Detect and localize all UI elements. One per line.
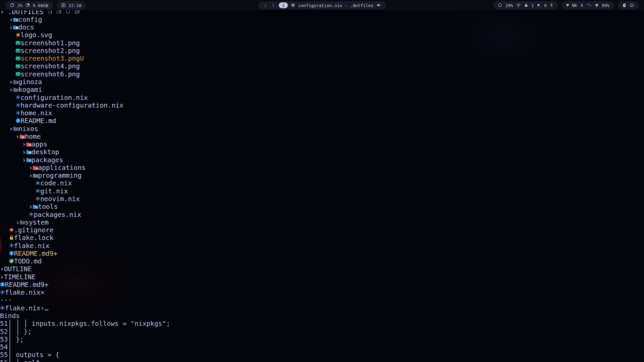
device-notification-icon[interactable] <box>587 3 592 8</box>
tree-item-home.nix[interactable]: home.nix <box>0 109 644 117</box>
line-number: 53 <box>0 335 8 343</box>
tree-item-hardware-configuration.nix[interactable]: hardware-configuration.nix <box>0 101 644 109</box>
hardware-module[interactable]: 20% 1 0 <box>493 1 558 9</box>
tree-item-docs[interactable]: ›docs <box>0 23 644 31</box>
tab-label: flake.nix <box>5 289 41 296</box>
tree-item-config[interactable]: ›config <box>0 16 644 23</box>
tab-label: README.md <box>5 281 41 289</box>
tree-item-todo.md[interactable]: TODO.md <box>0 257 644 265</box>
tab-flake.nix[interactable]: flake.nix× <box>0 289 644 296</box>
close-icon[interactable]: × <box>41 289 45 296</box>
tree-item-label: applications <box>38 164 86 172</box>
tab-readme.md[interactable]: README.md9+ <box>0 281 644 289</box>
clipboard-icon[interactable] <box>622 3 627 8</box>
tray-module[interactable]: Uc 99% <box>561 1 614 9</box>
desk-icon <box>26 148 32 156</box>
code-editor-flake-nix[interactable]: Binds 51│ │ │ inputs.nixpkgs.follows = "… <box>0 312 644 362</box>
tree-item-home[interactable]: ›home <box>0 133 644 140</box>
chevron-right-icon: › <box>0 265 4 273</box>
speaker-muted-icon[interactable] <box>376 3 381 7</box>
tree-item-label: configuration.nix <box>20 94 88 101</box>
code-line-56[interactable]: 56│ │ self, <box>0 359 644 362</box>
chevron-right-icon: › <box>16 218 20 226</box>
img-icon <box>16 62 21 70</box>
tree-item-applications[interactable]: ›applications <box>0 164 644 172</box>
tree-item-code.nix[interactable]: code.nix <box>0 179 644 187</box>
timeline-label: TIMELINE <box>4 273 36 281</box>
tree-item-logo.svg[interactable]: logo.svg <box>0 31 644 39</box>
tree-item-label: README.md <box>20 117 56 125</box>
timeline-section[interactable]: ›TIMELINE <box>0 273 644 281</box>
more-actions-icon[interactable]: ··· <box>0 296 12 304</box>
power-icon[interactable] <box>630 3 634 7</box>
apps-icon <box>26 140 32 148</box>
clock-module[interactable]: 22:18 <box>56 1 86 9</box>
tree-item-screenshot4.png[interactable]: screenshot4.png <box>0 62 644 70</box>
code-line-51[interactable]: 51│ │ │ inputs.nixpkgs.follows = "nixpkg… <box>0 320 644 327</box>
tree-item-screenshot6.png[interactable]: screenshot6.png <box>0 70 644 78</box>
tree-item-label: system <box>25 218 49 226</box>
tools-icon <box>33 203 38 210</box>
workspace-1[interactable]: 1 <box>263 3 268 8</box>
tree-item-label: screenshot1.png <box>20 39 80 47</box>
tray-expand-icon[interactable] <box>566 4 569 6</box>
img-icon <box>16 39 21 47</box>
tree-item-label: config <box>18 16 42 23</box>
tree-item-git.nix[interactable]: git.nix <box>0 187 644 195</box>
tree-item-ginoza[interactable]: ›ginoza <box>0 78 644 86</box>
tree-item-label: README.md <box>14 249 50 257</box>
cpu-gauge-icon <box>10 3 14 7</box>
code-line-54[interactable]: 54│ <box>0 343 644 351</box>
code-line-52[interactable]: 52│ │ }; <box>0 327 644 335</box>
tree-item-kogami[interactable]: ›kogami <box>0 86 644 94</box>
tree-item-system[interactable]: ›system <box>0 218 644 226</box>
outline-section[interactable]: ›OUTLINE <box>0 265 644 273</box>
tree-item-packages[interactable]: ›packages <box>0 156 644 164</box>
session-module[interactable] <box>618 1 639 9</box>
breadcrumb-left[interactable]: flake.nix›… <box>0 304 644 312</box>
git-status-badge: U <box>80 55 84 62</box>
workspace-3-active[interactable]: 3 <box>279 2 288 8</box>
vscode-window: EXPLORER ··· › .DOTFILES ›config›docslog… <box>0 0 644 362</box>
git-icon <box>9 226 14 234</box>
tree-item-apps[interactable]: ›apps <box>0 140 644 148</box>
bluetooth-icon[interactable] <box>580 3 584 8</box>
nix-icon <box>29 210 34 218</box>
code-line-53[interactable]: 53│ }; <box>0 335 644 343</box>
tree-item-label: TODO.md <box>14 257 42 265</box>
chevron-down-icon: › <box>22 156 26 164</box>
tree-item-flake.lock[interactable]: flake.lock <box>0 234 644 242</box>
tree-item-desktop[interactable]: ›desktop <box>0 148 644 156</box>
tree-item-readme.md[interactable]: README.md9+ <box>0 249 644 257</box>
tree-item-screenshot2.png[interactable]: screenshot2.png <box>0 47 644 55</box>
tree-item-.gitignore[interactable]: .gitignore <box>0 226 644 234</box>
tree-item-label: ginoza <box>18 78 42 86</box>
chevron-right-icon: › <box>29 164 33 172</box>
brightness-icon <box>498 3 502 7</box>
tree-item-screenshot3.png[interactable]: screenshot3.pngU <box>0 55 644 62</box>
tree-item-label: tools <box>38 203 58 210</box>
breadcrumb-item[interactable]: … <box>45 304 49 312</box>
tray-app-icon[interactable]: Uc <box>572 3 577 7</box>
tree-item-configuration.nix[interactable]: configuration.nix <box>0 94 644 101</box>
workspace-2[interactable]: 2 <box>271 3 276 8</box>
tree-item-screenshot1.png[interactable]: screenshot1.png <box>0 39 644 47</box>
tree-item-nixos[interactable]: ›nixos <box>0 125 644 132</box>
breadcrumb-item[interactable]: flake.nix <box>5 304 41 312</box>
img-icon <box>16 47 21 55</box>
tree-item-packages.nix[interactable]: packages.nix <box>0 210 644 218</box>
tree-item-neovim.nix[interactable]: neovim.nix <box>0 195 644 203</box>
chevron-right-icon: › <box>22 148 26 156</box>
tree-item-tools[interactable]: ›tools <box>0 203 644 210</box>
tree-item-flake.nix[interactable]: flake.nix <box>0 242 644 249</box>
nix-icon <box>35 187 40 195</box>
line-number: 56 <box>0 359 8 362</box>
code-line-55[interactable]: 55│ outputs = { <box>0 351 644 359</box>
tree-item-programming[interactable]: ›programming <box>0 172 644 179</box>
tree-item-label: logo.svg <box>20 31 52 39</box>
tree-item-label: home <box>25 133 41 140</box>
window-title-module: 1 2 3 configuration.nix - .dotfiles <box>258 1 386 9</box>
tree-item-readme.md[interactable]: README.md <box>0 117 644 125</box>
system-stats-module[interactable]: 2% 9.66GB <box>5 1 53 9</box>
calendar-icon <box>61 3 65 7</box>
